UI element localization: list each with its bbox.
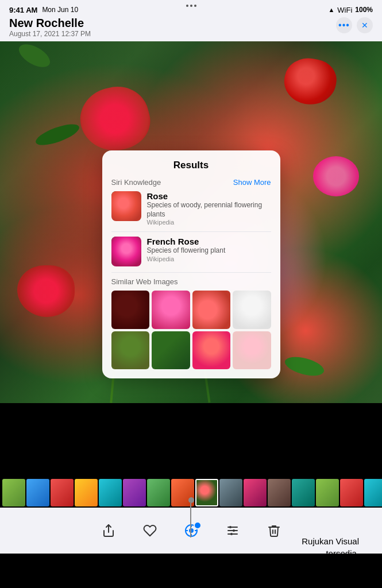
french-rose-source: Wikipedia [147, 256, 271, 262]
results-title: Results [111, 160, 271, 171]
rose-description: Species of woody, perennial flowering pl… [147, 201, 271, 219]
status-date: Mon Jun 10 [42, 6, 78, 14]
signal-icon: ▲ [328, 6, 334, 13]
web-image-7[interactable] [192, 331, 231, 370]
strip-item[interactable] [244, 479, 267, 506]
web-images-grid [111, 291, 271, 369]
strip-item[interactable] [316, 479, 339, 506]
close-icon: ✕ [361, 21, 368, 30]
trash-icon [267, 524, 281, 537]
heart-icon [143, 524, 157, 537]
delete-button[interactable] [267, 524, 281, 537]
status-right: ▲ WiFi 100% [328, 6, 373, 14]
web-image-5[interactable] [111, 331, 150, 370]
adjust-button[interactable] [226, 524, 240, 537]
strip-item[interactable] [364, 479, 382, 506]
french-rose-thumbnail [111, 237, 141, 266]
strip-item[interactable] [219, 479, 242, 506]
photo-subtitle: August 17, 2021 12:37 PM [9, 30, 91, 38]
status-time: 9:41 AM [9, 6, 37, 14]
annotation-text: Rujukan Visual tersedia. [302, 535, 359, 559]
leaf-decoration-2 [33, 120, 82, 149]
divider [111, 231, 271, 232]
siri-knowledge-header: Siri Knowledge Show More [111, 178, 271, 187]
home-indicator [154, 581, 229, 583]
drag-indicator [186, 5, 196, 7]
rose-name: Rose [147, 191, 271, 201]
web-image-6[interactable] [152, 331, 190, 370]
results-card: Results Siri Knowledge Show More Rose Sp… [102, 150, 280, 378]
flower-decoration-2 [281, 55, 340, 109]
svg-point-10 [233, 529, 235, 532]
web-image-3[interactable] [192, 291, 231, 329]
siri-knowledge-label: Siri Knowledge [111, 178, 161, 187]
close-button[interactable]: ✕ [357, 17, 373, 33]
visual-lookup-badge [194, 521, 202, 529]
strip-item[interactable] [292, 479, 315, 506]
strip-item[interactable] [51, 479, 74, 506]
annotation-dot [188, 497, 194, 503]
share-button[interactable] [102, 524, 115, 537]
strip-item[interactable] [99, 479, 122, 506]
adjust-icon [226, 524, 240, 537]
status-bar: 9:41 AM Mon Jun 10 ▲ WiFi 100% [0, 0, 382, 16]
annotation-line [190, 503, 191, 537]
battery-indicator: 100% [355, 6, 373, 14]
photo-area: Results Siri Knowledge Show More Rose Sp… [0, 41, 382, 403]
svg-point-12 [230, 533, 233, 535]
similar-web-images-label: Similar Web Images [111, 277, 271, 286]
strip-item[interactable] [75, 479, 98, 506]
french-rose-description: Species of flowering plant [147, 246, 271, 256]
strip-item[interactable] [147, 479, 170, 506]
strip-item[interactable] [268, 479, 291, 506]
web-image-8[interactable] [233, 331, 271, 370]
like-button[interactable] [143, 524, 157, 537]
divider-2 [111, 272, 271, 273]
flower-decoration-3 [313, 156, 359, 196]
flower-decoration-1 [74, 79, 156, 158]
strip-item[interactable] [340, 479, 363, 506]
visual-lookup-button[interactable] [184, 524, 198, 537]
strip-item[interactable] [123, 479, 146, 506]
leaf-decoration-1 [16, 41, 54, 72]
show-more-button[interactable]: Show More [233, 178, 271, 187]
web-image-1[interactable] [111, 291, 150, 329]
wifi-icon: WiFi [337, 6, 352, 14]
rose-source: Wikipedia [147, 219, 271, 226]
svg-point-8 [229, 526, 231, 528]
photo-title: New Rochelle [9, 16, 91, 30]
strip-item[interactable] [26, 479, 49, 506]
share-icon [102, 524, 115, 537]
rose-thumbnail [111, 191, 141, 221]
french-rose-name: French Rose [147, 237, 271, 246]
strip-item-active[interactable] [195, 479, 218, 506]
more-options-button[interactable]: ••• [336, 17, 352, 33]
flower-decoration-4 [17, 265, 75, 317]
strip-item[interactable] [2, 479, 25, 506]
photo-strip[interactable] [0, 478, 382, 508]
web-image-2[interactable] [152, 291, 190, 329]
knowledge-item-french-rose[interactable]: French Rose Species of flowering plant W… [111, 237, 271, 266]
leaf-decoration-3 [283, 353, 326, 379]
knowledge-item-rose[interactable]: Rose Species of woody, perennial floweri… [111, 191, 271, 226]
web-image-4[interactable] [233, 291, 271, 329]
